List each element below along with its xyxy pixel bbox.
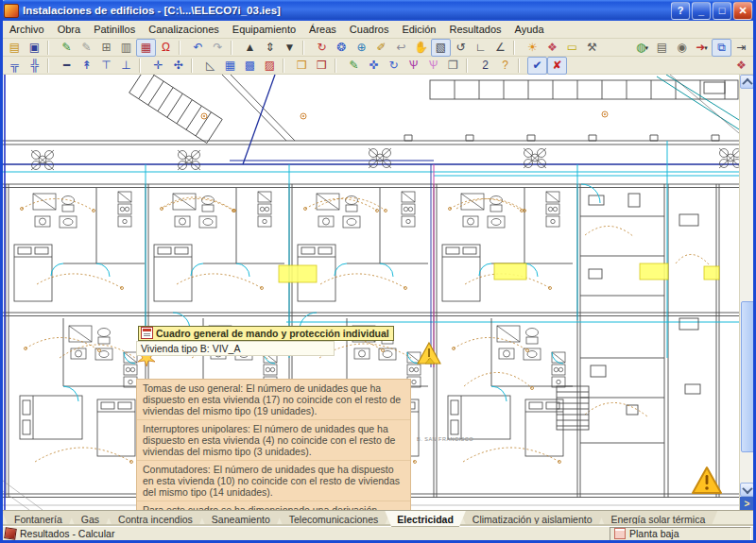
snap-magnet-icon[interactable]: Ω (156, 39, 176, 57)
menu-ayuda[interactable]: Ayuda (508, 22, 551, 37)
riser-top-icon[interactable]: ⊤ (96, 57, 116, 75)
equipment-delete-icon[interactable]: ▨ (260, 57, 280, 75)
cancel-icon[interactable]: ✘ (547, 57, 567, 75)
menu-archivo[interactable]: Archivo (3, 22, 51, 37)
measure-icon[interactable]: ∠ (490, 39, 510, 57)
dual-view-icon[interactable]: ⧉ (712, 39, 731, 57)
sun-regen-icon[interactable]: ☀ (523, 39, 542, 57)
riser-bottom-icon[interactable]: ⊥ (116, 57, 136, 75)
menu-resultados[interactable]: Resultados (442, 22, 507, 37)
globe-export-icon[interactable]: ◍▾ (632, 39, 652, 57)
window-title: Instalaciones de edificios - [C:\...\ELE… (23, 5, 667, 16)
rotate-view-icon[interactable]: ↺ (451, 39, 471, 57)
redo-icon[interactable]: ↷ (208, 39, 228, 57)
cuadro-icon (141, 327, 153, 339)
menu-obra[interactable]: Obra (51, 22, 87, 37)
close-window-icon[interactable]: ⇥ (731, 39, 751, 57)
warning-paragraph: Conmutadores: El número de unidades que … (137, 460, 410, 501)
zoom-pencil-icon[interactable]: ✐ (371, 39, 391, 57)
menu-bar: ArchivoObraPatinillosCanalizacionesEquip… (3, 21, 753, 39)
equipment-edit-icon[interactable]: ▩ (240, 57, 260, 75)
riser-node-icon[interactable]: ╬ (25, 57, 44, 75)
symbol-copy-icon[interactable]: Ѱ (423, 57, 443, 75)
menu-canalizaciones[interactable]: Canalizaciones (142, 22, 226, 37)
equipment-add-icon[interactable]: ▦ (220, 57, 240, 75)
cuadro-3d-alt-icon[interactable]: ❒ (312, 57, 332, 75)
undo-icon[interactable]: ↶ (188, 39, 208, 57)
node-insert-icon[interactable]: ✛ (148, 57, 168, 75)
tab-telecomunicaciones[interactable]: Telecomunicaciones (277, 511, 391, 527)
scroll-up-button[interactable] (740, 75, 754, 89)
pan-icon[interactable]: ✋ (411, 39, 431, 57)
plant-selector[interactable]: Planta baja (610, 527, 751, 541)
tools-icon[interactable]: ⚒ (582, 39, 602, 57)
capture-icon[interactable]: ◉ (672, 39, 692, 57)
resultados-icon (4, 527, 17, 540)
select-region-icon[interactable]: ◺ (200, 57, 220, 75)
plant-select-icon[interactable]: ⇕ (260, 39, 280, 57)
image-view-icon[interactable]: ▧ (431, 39, 451, 57)
print-icon[interactable]: ▤ (652, 39, 672, 57)
tab-electricidad[interactable]: Electricidad (385, 511, 466, 527)
print-preview-icon[interactable]: ⊞ (96, 39, 116, 57)
plant-label: Planta baja (629, 528, 679, 539)
scroll-down-button[interactable] (740, 483, 754, 497)
scrollbar-thumb[interactable] (741, 301, 755, 452)
menu-reas[interactable]: Áreas (302, 22, 343, 37)
tab-saneamiento[interactable]: Saneamiento (199, 511, 283, 527)
status-bar: Resultados - Calcular Planta baja (3, 526, 753, 540)
move-element-icon[interactable]: ✜ (364, 57, 384, 75)
zoom-all-icon[interactable]: ❂ (332, 39, 352, 57)
open-file-icon[interactable]: ▤ (5, 39, 25, 57)
help-context-icon[interactable]: ❖ (731, 57, 751, 75)
zoom-window-icon[interactable]: ⊕ (352, 39, 371, 57)
dropdown-arrow-icon: ▾ (704, 44, 708, 51)
menu-edici-n[interactable]: Edición (395, 22, 442, 37)
menu-patinillos[interactable]: Patinillos (87, 22, 142, 37)
accept-icon[interactable]: ✔ (527, 57, 547, 75)
export-exit-icon[interactable]: ➜▾ (692, 39, 712, 57)
snap-config-icon[interactable]: ❖ (542, 39, 562, 57)
drawing-canvas[interactable]: B. SAN FRANCISCO Cuadro general de mando… (3, 75, 739, 510)
warning-paragraph: Tomas de uso general: El número de unida… (137, 380, 410, 419)
cuadro-3d-icon[interactable]: ❒ (292, 57, 312, 75)
ortho-icon[interactable]: ∟ (471, 39, 490, 57)
previous-view-icon[interactable]: ↩ (391, 39, 411, 57)
close-button[interactable]: ✕ (733, 2, 752, 20)
scroll-corner-button[interactable]: > (740, 497, 754, 510)
vivienda-tooltip: Vivienda tipo B: VIV_A (136, 341, 335, 356)
menu-equipamiento[interactable]: Equipamiento (226, 22, 302, 37)
selection-box-icon[interactable]: ▭ (562, 39, 582, 57)
plant-down-icon[interactable]: ▼ (280, 39, 300, 57)
rotate-element-icon[interactable]: ↻ (384, 57, 404, 75)
maximize-button[interactable]: □ (713, 2, 731, 20)
menu-cuadros[interactable]: Cuadros (343, 22, 396, 37)
tab-fontaner-a[interactable]: Fontanería (2, 511, 75, 527)
layers-icon[interactable]: ▦ (136, 39, 156, 57)
reference-drawing-icon[interactable]: ▥ (116, 39, 136, 57)
copy-element-icon[interactable]: ❐ (443, 57, 463, 75)
save-icon[interactable]: ▣ (25, 39, 44, 57)
edit-plant-gray-icon[interactable]: ✎ (77, 39, 96, 57)
riser-up-icon[interactable]: ↟ (77, 57, 96, 75)
tab-gas[interactable]: Gas (69, 511, 112, 527)
symbol-icon[interactable]: Ѱ (404, 57, 423, 75)
tab-climatizaci-n-y-aislamiento[interactable]: Climatización y aislamiento (460, 511, 605, 527)
edit-element-icon[interactable]: ✎ (344, 57, 364, 75)
tab-energ-a-solar-t-rmica[interactable]: Energía solar térmica (598, 511, 717, 527)
edit-number-icon[interactable]: 2 (475, 57, 495, 75)
redraw-icon[interactable]: ↻ (312, 39, 332, 57)
minimize-button[interactable]: _ (692, 2, 711, 20)
draw-line-icon[interactable]: ━ (57, 57, 77, 75)
title-bar[interactable]: Instalaciones de edificios - [C:\...\ELE… (0, 0, 756, 21)
edit-query-icon[interactable]: ? (495, 57, 515, 75)
edit-plant-icon[interactable]: ✎ (57, 39, 77, 57)
vertical-scrollbar[interactable]: > (739, 75, 753, 510)
tab-contra-incendios[interactable]: Contra incendios (106, 511, 205, 527)
toolbar-separator (192, 59, 200, 73)
warning-triangle-icon[interactable] (691, 466, 723, 496)
node-branch-icon[interactable]: ✣ (168, 57, 188, 75)
plant-up-icon[interactable]: ▲ (240, 39, 260, 57)
help-button[interactable]: ? (671, 2, 690, 20)
riser-connection-icon[interactable]: ╦ (5, 57, 25, 75)
